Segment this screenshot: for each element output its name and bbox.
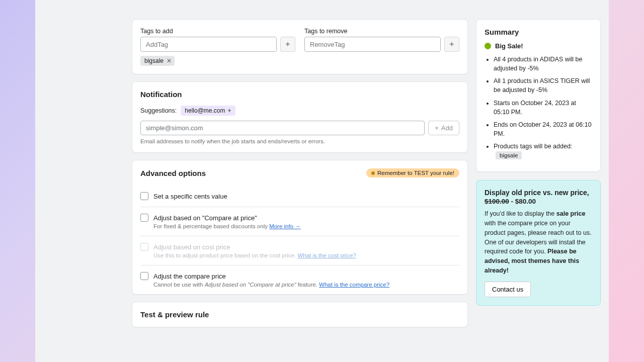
status-dot-icon: [485, 43, 491, 49]
opt3-label: Adjust based on cost price: [153, 243, 230, 251]
test-card: Test & preview rule: [132, 302, 468, 327]
test-title: Test & preview rule: [140, 310, 459, 319]
notification-help: Email addresses to notify when the job s…: [140, 138, 459, 144]
opt1-label: Set a specific cents value: [153, 193, 227, 200]
summary-item: All 4 products in ADIDAS will be adjuste…: [494, 55, 592, 73]
opt4-sub-a: Cannot be use with: [153, 282, 205, 288]
info-card: Display old price vs. new price, $100.00…: [476, 180, 601, 305]
info-title: Display old price vs. new price,: [485, 189, 592, 197]
info-bold-1: sale price: [556, 210, 586, 217]
new-price: $80.00: [515, 198, 536, 205]
summary-item: Ends on October 24, 2023 at 06:10 PM.: [494, 120, 592, 138]
tags-add-input[interactable]: [140, 37, 277, 52]
suggestion-pill[interactable]: hello@me.com +: [181, 106, 235, 116]
suggestion-add-icon[interactable]: +: [228, 107, 231, 114]
suggestions-label: Suggestions:: [140, 107, 177, 114]
opt3-checkbox: [140, 243, 148, 251]
opt3-sub: Use this to adjust product price based o…: [153, 252, 297, 258]
opt2-link[interactable]: More info →: [269, 223, 301, 229]
summary-item: All 1 products in ASICS TIGER will be ad…: [494, 76, 592, 95]
plus-icon: +: [435, 124, 439, 132]
add-btn-label: Add: [441, 124, 453, 132]
summary-item-tag: Products tags will be added: bigsale: [494, 142, 592, 160]
advanced-title: Advanced options: [140, 169, 206, 177]
tag-chip-label: bigsale: [144, 57, 164, 64]
advanced-card: Advanced options Remember to TEST your r…: [132, 160, 468, 295]
remember-pill: Remember to TEST your rule!: [366, 168, 459, 177]
opt2-label: Adjust based on "Compare at price": [153, 214, 257, 222]
summary-card: Summary Big Sale! All 4 products in ADID…: [476, 19, 601, 172]
tags-add-label: Tags to add: [140, 28, 295, 35]
suggestion-email: hello@me.com: [185, 107, 225, 114]
contact-us-button[interactable]: Contact us: [485, 282, 531, 297]
summary-tagline: Products tags will be added:: [494, 143, 572, 150]
summary-list: All 4 products in ADIDAS will be adjuste…: [485, 55, 592, 160]
opt4-checkbox[interactable]: [140, 272, 148, 280]
opt2-checkbox[interactable]: [140, 214, 148, 222]
tag-chip: bigsale ✕: [140, 56, 175, 66]
tags-add-plus-button[interactable]: +: [280, 37, 295, 52]
info-body-1: If you'd like to display the: [485, 210, 556, 217]
notification-add-button[interactable]: + Add: [428, 121, 459, 135]
summary-title: Summary: [485, 28, 592, 36]
opt4-link[interactable]: What is the compare price?: [319, 282, 389, 288]
opt1-checkbox[interactable]: [140, 192, 148, 200]
summary-tag-chip: bigsale: [496, 151, 522, 159]
notification-email-input[interactable]: [140, 121, 425, 135]
tags-remove-label: Tags to remove: [304, 28, 459, 35]
opt2-sub: For fixed & percentage based discounts o…: [153, 223, 269, 229]
notification-title: Notification: [140, 90, 459, 99]
opt4-sub-b: feature.: [298, 282, 319, 288]
opt4-label: Adjust the compare price: [153, 273, 226, 280]
remember-text: Remember to TEST your rule!: [377, 170, 454, 176]
notification-card: Notification Suggestions: hello@me.com +…: [132, 81, 468, 153]
opt4-sub-i: Adjust based on "Compare at price": [205, 282, 296, 288]
summary-item: Starts on October 24, 2023 at 05:10 PM.: [494, 99, 592, 117]
tags-remove-input[interactable]: [304, 37, 441, 52]
summary-rule-name: Big Sale!: [495, 42, 523, 50]
tags-card: Tags to add + bigsale ✕ Tags to remove +: [132, 19, 468, 74]
opt3-link[interactable]: What is the cost price?: [297, 252, 356, 258]
tag-chip-remove-icon[interactable]: ✕: [167, 57, 172, 64]
tags-remove-plus-button[interactable]: +: [444, 37, 459, 52]
old-price: $100.00: [485, 198, 509, 205]
warning-dot-icon: [371, 171, 375, 175]
